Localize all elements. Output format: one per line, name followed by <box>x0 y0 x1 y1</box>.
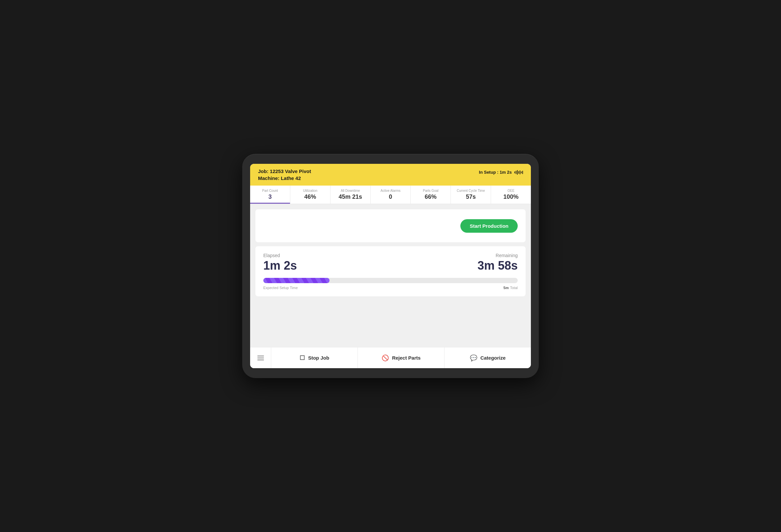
progress-meta-label: Expected Setup Time <box>263 286 298 290</box>
stat-value-parts-goal: 66% <box>425 194 437 200</box>
remaining-value: 3m 58s <box>478 259 518 273</box>
categorize-label: Categorize <box>481 355 506 361</box>
status-badge: In Setup : 1m 2s <box>479 170 523 175</box>
header-titles: Job: 12253 Valve Pivot Machine: Lathe 42 <box>258 168 311 181</box>
stat-value-active-alarms: 0 <box>389 194 392 200</box>
hamburger-icon <box>257 356 264 360</box>
reject-parts-icon: 🚫 <box>382 354 389 362</box>
progress-fill <box>263 278 330 283</box>
progress-total: 5m Total <box>503 286 518 290</box>
stat-label-active-alarms: Active Alarms <box>381 189 401 193</box>
stat-all-downtime[interactable]: All Downtime 45m 21s <box>331 186 371 204</box>
stat-label-parts-goal: Parts Goal <box>423 189 438 193</box>
bottom-bar: ☐ Stop Job 🚫 Reject Parts 💬 Categorize <box>250 347 531 368</box>
hamburger-line-2 <box>257 358 264 358</box>
progress-total-num: 5m <box>503 286 509 290</box>
stat-label-all-downtime: All Downtime <box>341 189 360 193</box>
remaining-label: Remaining <box>496 253 518 258</box>
hamburger-line-1 <box>257 356 264 356</box>
start-production-button[interactable]: Start Production <box>460 219 518 233</box>
remaining-section: Remaining 3m 58s <box>478 253 518 273</box>
stat-value-part-count: 3 <box>268 194 272 200</box>
stat-part-count[interactable]: Part Count 3 <box>250 186 290 204</box>
stat-value-cycle-time: 57s <box>466 194 476 200</box>
progress-meta: Expected Setup Time 5m Total <box>263 286 518 290</box>
machine-title: Machine: Lathe 42 <box>258 175 311 181</box>
categorize-icon: 💬 <box>470 354 477 362</box>
stat-value-oee: 100% <box>503 194 519 200</box>
reject-parts-label: Reject Parts <box>392 355 421 361</box>
stat-value-all-downtime: 45m 21s <box>339 194 362 200</box>
timing-card: Elapsed 1m 2s Remaining 3m 58s Expected … <box>255 246 526 296</box>
header: Job: 12253 Valve Pivot Machine: Lathe 42… <box>250 164 531 186</box>
elapsed-section: Elapsed 1m 2s <box>263 253 297 273</box>
stats-bar: Part Count 3 Utilization 46% All Downtim… <box>250 186 531 204</box>
reject-parts-button[interactable]: 🚫 Reject Parts <box>358 347 445 368</box>
waveform-icon <box>515 170 523 175</box>
stat-label-part-count: Part Count <box>262 189 278 193</box>
stat-cycle-time[interactable]: Current Cycle Time 57s <box>451 186 491 204</box>
stat-oee[interactable]: OEE 100% <box>491 186 531 204</box>
elapsed-value: 1m 2s <box>263 259 297 273</box>
stat-utilization[interactable]: Utilization 46% <box>290 186 331 204</box>
stat-label-utilization: Utilization <box>303 189 317 193</box>
stat-parts-goal[interactable]: Parts Goal 66% <box>411 186 451 204</box>
job-title: Job: 12253 Valve Pivot <box>258 168 311 174</box>
timing-row: Elapsed 1m 2s Remaining 3m 58s <box>263 253 518 273</box>
stat-label-oee: OEE <box>507 189 515 193</box>
progress-total-label: Total <box>510 286 518 290</box>
start-production-card: Start Production <box>255 209 526 242</box>
progress-bar-container <box>263 278 518 283</box>
categorize-button[interactable]: 💬 Categorize <box>445 347 531 368</box>
stop-job-icon: ☐ <box>299 354 305 362</box>
stat-value-utilization: 46% <box>304 194 316 200</box>
stop-job-label: Stop Job <box>308 355 329 361</box>
tablet-screen: Job: 12253 Valve Pivot Machine: Lathe 42… <box>250 164 531 368</box>
stop-job-button[interactable]: ☐ Stop Job <box>271 347 358 368</box>
tablet-frame: Job: 12253 Valve Pivot Machine: Lathe 42… <box>242 154 539 378</box>
stat-label-cycle-time: Current Cycle Time <box>457 189 485 193</box>
elapsed-label: Elapsed <box>263 253 297 258</box>
card-top: Start Production <box>263 216 518 236</box>
main-content: Start Production Elapsed 1m 2s Remaining… <box>250 204 531 347</box>
hamburger-line-3 <box>257 360 264 360</box>
status-text: In Setup : 1m 2s <box>479 170 512 175</box>
stat-active-alarms[interactable]: Active Alarms 0 <box>371 186 411 204</box>
menu-button[interactable] <box>250 347 271 368</box>
